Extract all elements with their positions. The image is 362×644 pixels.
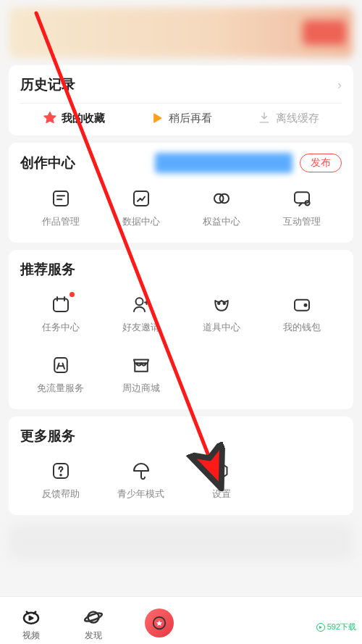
svg-point-9 [223,303,225,305]
item-label: 道具中心 [203,321,240,334]
star-icon [43,111,57,125]
recommend-item-store[interactable]: 周边商城 [101,350,181,399]
nav-center[interactable] [145,611,174,637]
item-label: 青少年模式 [117,488,164,501]
more-item-feedback[interactable]: 反馈帮助 [20,456,101,505]
person-add-icon [130,293,152,315]
nav-center-button[interactable] [145,609,174,637]
publish-button[interactable]: 发布 [300,154,342,172]
wallet-icon [291,293,313,315]
more-item-teen-mode[interactable]: 青少年模式 [101,456,181,505]
bottom-nav: 视频 发现 [0,596,362,644]
recommend-item-props[interactable]: 道具中心 [181,289,261,338]
recommend-item-wallet[interactable]: 我的钱包 [261,289,342,338]
store-icon [130,354,152,376]
creation-card: 创作中心 发布 作品管理 数据中心 权益中心 互动管理 [9,143,353,243]
recommend-item-invite[interactable]: 好友邀请 [101,289,181,338]
item-label: 免流量服务 [37,382,84,395]
creation-title: 创作中心 [20,154,75,172]
profile-badge [303,20,346,45]
nav-label: 视频 [22,630,40,642]
watermark: ▸ 592下载 [316,622,356,632]
nav-discover[interactable]: 发现 [83,606,104,642]
item-label: 任务中心 [42,321,80,334]
tab-watch-later[interactable]: 稍后再看 [150,111,212,125]
watermark-icon: ▸ [316,623,325,632]
planet-icon [83,606,104,628]
item-label: 反馈帮助 [42,488,80,501]
nav-label: 发现 [85,630,102,642]
question-icon [50,460,72,482]
item-label: 设置 [212,488,231,501]
item-label: 周边商城 [122,382,160,395]
creation-item-interact[interactable]: 互动管理 [261,183,342,233]
item-label: 作品管理 [42,215,80,228]
more-item-settings[interactable]: 设置 [181,456,261,505]
svg-point-14 [60,474,62,476]
more-title: 更多服务 [20,427,75,446]
blurred-content [9,524,353,560]
item-label: 我的钱包 [283,321,321,334]
recommend-item-free-data[interactable]: 免流量服务 [20,350,101,399]
item-label: 互动管理 [283,215,321,228]
creation-item-rights[interactable]: 权益中心 [181,183,261,233]
chat-icon [291,188,313,209]
history-tabs: 我的收藏 稍后再看 离线缓存 [20,103,342,125]
svg-point-15 [219,469,223,473]
badge-icon [211,188,232,209]
list-icon [50,188,72,209]
nav-video[interactable]: 视频 [20,606,42,642]
svg-point-7 [135,298,143,305]
video-icon [20,606,42,628]
svg-rect-12 [54,358,67,372]
creation-banner [155,153,292,173]
history-title: 历史记录 [20,75,75,94]
svg-rect-6 [54,299,68,312]
profile-banner[interactable] [9,7,353,58]
sim-icon [50,354,72,376]
more-grid: 反馈帮助 青少年模式 设置 [20,456,342,505]
calendar-icon [50,293,72,315]
umbrella-icon [130,460,152,482]
item-label: 数据中心 [122,215,160,228]
tab-label: 稍后再看 [169,112,212,125]
creation-item-works[interactable]: 作品管理 [20,183,101,233]
svg-point-8 [218,303,220,305]
recommend-title: 推荐服务 [20,260,75,279]
recommend-item-tasks[interactable]: 任务中心 [20,289,101,338]
history-row[interactable]: 历史记录 › [20,75,342,94]
watermark-text: 592下载 [327,622,356,632]
recommend-grid: 任务中心 好友邀请 道具中心 我的钱包 免流量服务 周边商城 [20,289,342,399]
notification-dot [70,292,75,297]
more-card: 更多服务 反馈帮助 青少年模式 设置 [9,417,353,515]
tab-favorites[interactable]: 我的收藏 [43,111,105,125]
gear-icon [211,460,232,482]
chevron-right-icon: › [337,78,342,93]
svg-rect-0 [54,191,68,206]
mask-icon [211,293,232,315]
creation-grid: 作品管理 数据中心 权益中心 互动管理 [20,183,342,233]
recommend-card: 推荐服务 任务中心 好友邀请 道具中心 我的钱包 [9,250,353,409]
tab-offline-cache[interactable]: 离线缓存 [257,111,319,125]
tab-label: 离线缓存 [276,112,319,125]
svg-point-11 [304,304,306,306]
history-card: 历史记录 › 我的收藏 稍后再看 离线缓存 [9,65,353,135]
star-circle-icon [151,615,167,631]
svg-point-18 [84,611,103,623]
item-label: 权益中心 [203,215,240,228]
play-icon [150,111,164,125]
creation-item-data[interactable]: 数据中心 [101,183,181,233]
chart-icon [130,188,152,209]
tab-label: 我的收藏 [62,112,105,125]
item-label: 好友邀请 [122,321,160,334]
svg-point-3 [219,194,229,204]
download-icon [257,111,272,125]
